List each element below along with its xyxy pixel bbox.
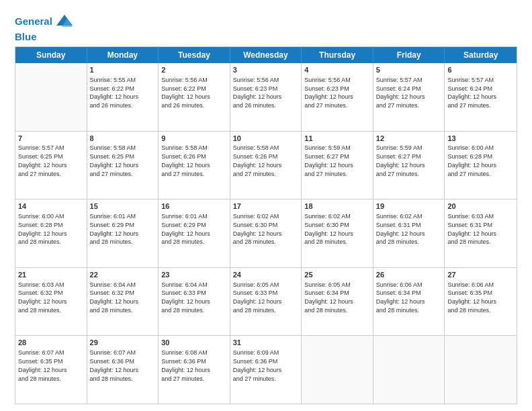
- calendar-cell: 9Sunrise: 5:58 AM Sunset: 6:26 PM Daylig…: [159, 132, 230, 199]
- day-number: 27: [447, 270, 514, 280]
- day-number: 28: [18, 338, 84, 348]
- calendar-cell: [15, 63, 87, 131]
- day-info: Sunrise: 5:59 AM Sunset: 6:27 PM Dayligh…: [376, 144, 425, 177]
- calendar: SundayMondayTuesdayWednesdayThursdayFrid…: [15, 46, 517, 404]
- calendar-cell: 2Sunrise: 5:56 AM Sunset: 6:22 PM Daylig…: [159, 63, 230, 131]
- day-info: Sunrise: 6:00 AM Sunset: 6:28 PM Dayligh…: [18, 213, 67, 245]
- calendar-body: 1Sunrise: 5:55 AM Sunset: 6:22 PM Daylig…: [15, 63, 517, 404]
- calendar-week-row: 7Sunrise: 5:57 AM Sunset: 6:25 PM Daylig…: [15, 131, 517, 199]
- day-number: 23: [161, 270, 227, 280]
- day-number: 25: [304, 270, 370, 280]
- calendar-cell: [302, 336, 373, 404]
- day-number: 7: [18, 134, 84, 144]
- day-number: 30: [161, 338, 227, 348]
- day-info: Sunrise: 6:03 AM Sunset: 6:31 PM Dayligh…: [447, 213, 496, 245]
- day-number: 22: [90, 270, 156, 280]
- calendar-cell: 11Sunrise: 5:59 AM Sunset: 6:27 PM Dayli…: [302, 132, 373, 199]
- calendar-cell: 13Sunrise: 6:00 AM Sunset: 6:28 PM Dayli…: [445, 132, 517, 199]
- day-info: Sunrise: 5:57 AM Sunset: 6:24 PM Dayligh…: [376, 77, 425, 109]
- cal-header-day: Tuesday: [159, 47, 230, 63]
- day-info: Sunrise: 6:04 AM Sunset: 6:33 PM Dayligh…: [161, 281, 210, 314]
- day-info: Sunrise: 6:07 AM Sunset: 6:36 PM Dayligh…: [90, 349, 139, 381]
- calendar-cell: 17Sunrise: 6:02 AM Sunset: 6:30 PM Dayli…: [230, 199, 302, 267]
- calendar-week-row: 14Sunrise: 6:00 AM Sunset: 6:28 PM Dayli…: [15, 199, 517, 267]
- calendar-cell: 6Sunrise: 5:57 AM Sunset: 6:24 PM Daylig…: [445, 63, 517, 131]
- day-info: Sunrise: 6:06 AM Sunset: 6:35 PM Dayligh…: [447, 281, 496, 314]
- calendar-cell: 21Sunrise: 6:03 AM Sunset: 6:32 PM Dayli…: [15, 268, 87, 336]
- day-number: 17: [233, 201, 299, 212]
- day-info: Sunrise: 5:56 AM Sunset: 6:23 PM Dayligh…: [304, 77, 353, 109]
- calendar-cell: 1Sunrise: 5:55 AM Sunset: 6:22 PM Daylig…: [87, 63, 159, 131]
- logo-icon: [55, 12, 74, 31]
- day-info: Sunrise: 5:55 AM Sunset: 6:22 PM Dayligh…: [90, 77, 139, 109]
- calendar-cell: 14Sunrise: 6:00 AM Sunset: 6:28 PM Dayli…: [15, 199, 87, 267]
- logo: General Blue: [15, 12, 74, 42]
- day-info: Sunrise: 6:06 AM Sunset: 6:34 PM Dayligh…: [376, 281, 425, 314]
- day-number: 16: [161, 201, 227, 212]
- day-info: Sunrise: 6:03 AM Sunset: 6:32 PM Dayligh…: [18, 281, 67, 314]
- calendar-week-row: 21Sunrise: 6:03 AM Sunset: 6:32 PM Dayli…: [15, 267, 517, 336]
- calendar-cell: 26Sunrise: 6:06 AM Sunset: 6:34 PM Dayli…: [373, 268, 445, 336]
- calendar-cell: 8Sunrise: 5:58 AM Sunset: 6:25 PM Daylig…: [87, 132, 159, 199]
- day-number: 13: [447, 134, 514, 144]
- day-info: Sunrise: 6:05 AM Sunset: 6:34 PM Dayligh…: [304, 281, 353, 314]
- day-info: Sunrise: 5:56 AM Sunset: 6:23 PM Dayligh…: [233, 77, 282, 109]
- calendar-cell: 5Sunrise: 5:57 AM Sunset: 6:24 PM Daylig…: [373, 63, 445, 131]
- calendar-cell: 25Sunrise: 6:05 AM Sunset: 6:34 PM Dayli…: [302, 268, 373, 336]
- day-info: Sunrise: 5:58 AM Sunset: 6:26 PM Dayligh…: [233, 144, 282, 177]
- day-number: 3: [233, 65, 299, 75]
- calendar-cell: 28Sunrise: 6:07 AM Sunset: 6:35 PM Dayli…: [15, 336, 87, 404]
- day-number: 29: [90, 338, 156, 348]
- day-number: 14: [18, 201, 84, 212]
- calendar-cell: 16Sunrise: 6:01 AM Sunset: 6:29 PM Dayli…: [159, 199, 230, 267]
- day-number: 6: [447, 65, 514, 75]
- calendar-cell: 31Sunrise: 6:09 AM Sunset: 6:36 PM Dayli…: [230, 336, 302, 404]
- day-info: Sunrise: 6:08 AM Sunset: 6:36 PM Dayligh…: [161, 349, 210, 381]
- day-info: Sunrise: 5:58 AM Sunset: 6:25 PM Dayligh…: [90, 144, 139, 177]
- calendar-cell: 12Sunrise: 5:59 AM Sunset: 6:27 PM Dayli…: [373, 132, 445, 199]
- calendar-cell: 4Sunrise: 5:56 AM Sunset: 6:23 PM Daylig…: [302, 63, 373, 131]
- calendar-cell: 30Sunrise: 6:08 AM Sunset: 6:36 PM Dayli…: [159, 336, 230, 404]
- day-info: Sunrise: 5:56 AM Sunset: 6:22 PM Dayligh…: [161, 77, 210, 109]
- calendar-cell: [445, 336, 517, 404]
- calendar-cell: 23Sunrise: 6:04 AM Sunset: 6:33 PM Dayli…: [159, 268, 230, 336]
- day-info: Sunrise: 6:05 AM Sunset: 6:33 PM Dayligh…: [233, 281, 282, 314]
- day-number: 24: [233, 270, 299, 280]
- day-info: Sunrise: 6:01 AM Sunset: 6:29 PM Dayligh…: [161, 213, 210, 245]
- day-info: Sunrise: 6:02 AM Sunset: 6:30 PM Dayligh…: [233, 213, 282, 245]
- calendar-cell: 19Sunrise: 6:02 AM Sunset: 6:31 PM Dayli…: [373, 199, 445, 267]
- day-number: 21: [18, 270, 84, 280]
- day-number: 11: [304, 134, 370, 144]
- day-number: 26: [376, 270, 442, 280]
- day-number: 12: [376, 134, 442, 144]
- calendar-cell: 18Sunrise: 6:02 AM Sunset: 6:30 PM Dayli…: [302, 199, 373, 267]
- day-number: 5: [376, 65, 442, 75]
- logo-blue: Blue: [15, 31, 37, 42]
- day-info: Sunrise: 6:02 AM Sunset: 6:31 PM Dayligh…: [376, 213, 425, 245]
- calendar-cell: 27Sunrise: 6:06 AM Sunset: 6:35 PM Dayli…: [445, 268, 517, 336]
- calendar-cell: 7Sunrise: 5:57 AM Sunset: 6:25 PM Daylig…: [15, 132, 87, 199]
- day-number: 1: [90, 65, 156, 75]
- calendar-week-row: 28Sunrise: 6:07 AM Sunset: 6:35 PM Dayli…: [15, 335, 517, 404]
- day-info: Sunrise: 6:01 AM Sunset: 6:29 PM Dayligh…: [90, 213, 139, 245]
- day-info: Sunrise: 5:59 AM Sunset: 6:27 PM Dayligh…: [304, 144, 353, 177]
- day-info: Sunrise: 6:07 AM Sunset: 6:35 PM Dayligh…: [18, 349, 67, 381]
- logo-text: General: [15, 16, 52, 28]
- calendar-cell: [373, 336, 445, 404]
- calendar-header: SundayMondayTuesdayWednesdayThursdayFrid…: [15, 47, 517, 63]
- day-info: Sunrise: 5:58 AM Sunset: 6:26 PM Dayligh…: [161, 144, 210, 177]
- cal-header-day: Friday: [373, 47, 445, 63]
- cal-header-day: Sunday: [15, 47, 87, 63]
- day-number: 15: [90, 201, 156, 212]
- calendar-cell: 3Sunrise: 5:56 AM Sunset: 6:23 PM Daylig…: [230, 63, 302, 131]
- day-number: 9: [161, 134, 227, 144]
- day-number: 19: [376, 201, 442, 212]
- day-info: Sunrise: 6:04 AM Sunset: 6:32 PM Dayligh…: [90, 281, 139, 314]
- day-info: Sunrise: 6:02 AM Sunset: 6:30 PM Dayligh…: [304, 213, 353, 245]
- calendar-cell: 24Sunrise: 6:05 AM Sunset: 6:33 PM Dayli…: [230, 268, 302, 336]
- calendar-cell: 20Sunrise: 6:03 AM Sunset: 6:31 PM Dayli…: [445, 199, 517, 267]
- day-info: Sunrise: 6:09 AM Sunset: 6:36 PM Dayligh…: [233, 349, 282, 381]
- calendar-cell: 10Sunrise: 5:58 AM Sunset: 6:26 PM Dayli…: [230, 132, 302, 199]
- calendar-cell: 22Sunrise: 6:04 AM Sunset: 6:32 PM Dayli…: [87, 268, 159, 336]
- day-number: 8: [90, 134, 156, 144]
